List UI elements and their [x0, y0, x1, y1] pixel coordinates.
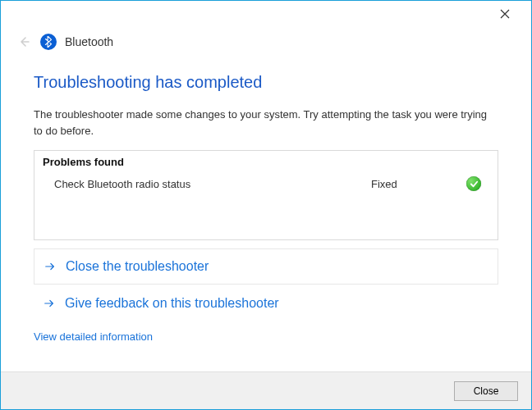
body-text: The troubleshooter made some changes to … — [34, 107, 498, 139]
check-icon — [466, 176, 481, 191]
arrow-right-icon — [43, 261, 57, 272]
page-title: Bluetooth — [65, 35, 113, 48]
window-close-button[interactable] — [488, 2, 521, 25]
bluetooth-icon — [40, 34, 57, 50]
problems-found-box: Problems found Check Bluetooth radio sta… — [34, 150, 498, 240]
problem-status: Fixed — [371, 178, 453, 190]
headline: Troubleshooting has completed — [34, 73, 498, 92]
view-detailed-information-link[interactable]: View detailed information — [34, 330, 153, 343]
problem-description: Check Bluetooth radio status — [54, 178, 371, 190]
problem-row: Check Bluetooth radio status Fixed — [43, 171, 489, 196]
arrow-right-icon — [42, 298, 57, 309]
content-area: Troubleshooting has completed The troubl… — [1, 73, 531, 343]
give-feedback-link[interactable]: Give feedback on this troubleshooter — [34, 288, 498, 319]
problem-status-icon-wrap — [453, 176, 486, 191]
back-button[interactable] — [16, 34, 32, 50]
close-troubleshooter-label: Close the troubleshooter — [66, 259, 209, 274]
problems-header: Problems found — [43, 156, 489, 171]
header-row: Bluetooth — [1, 27, 531, 65]
titlebar — [1, 1, 531, 27]
back-arrow-icon — [17, 35, 30, 48]
close-icon — [500, 9, 510, 19]
give-feedback-label: Give feedback on this troubleshooter — [65, 296, 279, 311]
close-button[interactable]: Close — [454, 381, 518, 401]
footer-bar: Close — [1, 371, 531, 409]
close-troubleshooter-link[interactable]: Close the troubleshooter — [34, 248, 498, 285]
